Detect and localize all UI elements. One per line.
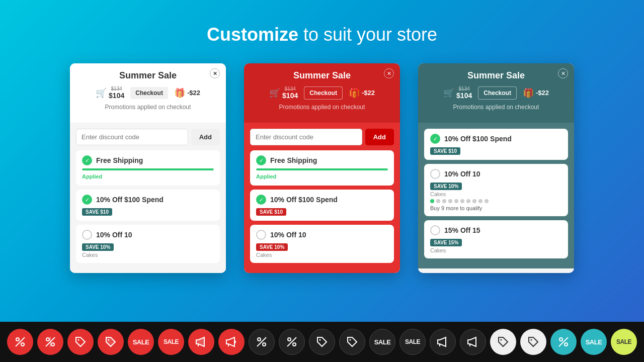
- icon-tag-light-2[interactable]: [520, 329, 546, 355]
- icon-tag-dark-2[interactable]: [339, 329, 365, 355]
- icon-sale-teal-1[interactable]: SALE: [581, 329, 607, 355]
- promo-badge-white-1: SAVE $10: [82, 208, 112, 216]
- promo-item-white-0: ✓ Free Shipping Applied: [76, 150, 220, 186]
- promo-check-teal-0: ✓: [430, 134, 440, 144]
- promo-title-teal-1: 10% Off 10: [444, 170, 480, 178]
- svg-point-8: [258, 338, 261, 341]
- card-red-title: Summer Sale: [252, 70, 392, 81]
- checkout-btn-teal[interactable]: Checkout: [478, 86, 517, 100]
- price-main-white: $104: [109, 92, 124, 100]
- promotions-text-white: Promotions applied on checkout: [78, 104, 218, 111]
- promo-sub-white-2: Cakes: [82, 252, 214, 258]
- icon-percent-dark-2[interactable]: [279, 329, 305, 355]
- icon-sale-red-2[interactable]: SALE: [158, 329, 184, 355]
- promo-check-teal-2: [430, 225, 440, 235]
- price-main-teal: $104: [456, 92, 472, 100]
- dot-progress-teal-1: [430, 199, 562, 203]
- page-header: Customize to suit your store: [0, 0, 644, 63]
- promo-progress-white-0: [82, 168, 214, 170]
- applied-text-red-0: Applied: [256, 173, 276, 179]
- cart-info-red: 🛒 $134 $104 Checkout 🎁 -$22: [252, 86, 392, 100]
- promotions-text-red: Promotions applied on checkout: [252, 104, 392, 111]
- price-striked-white: $134: [109, 86, 124, 92]
- cart-group-white: 🛒 $134 $104: [96, 86, 124, 100]
- price-striked-teal: $134: [456, 86, 472, 92]
- icon-tag-light-1[interactable]: [490, 329, 516, 355]
- icon-tag-dark-1[interactable]: [309, 329, 335, 355]
- promo-check-teal-1: [430, 169, 440, 179]
- icon-sale-green-light[interactable]: SALE: [611, 329, 637, 355]
- cart-info-white: 🛒 $134 $104 Checkout 🎁 -$22: [78, 86, 218, 100]
- svg-point-11: [288, 338, 291, 341]
- checkout-btn-white[interactable]: Checkout: [130, 87, 168, 99]
- promo-progress-red-0: [256, 168, 388, 170]
- discount-input-white[interactable]: [76, 129, 188, 145]
- icon-megaphone-red-1[interactable]: [188, 329, 214, 355]
- promo-check-red-2: [256, 230, 266, 240]
- icon-sale-dark-1[interactable]: SALE: [369, 329, 395, 355]
- icon-tag-red-2[interactable]: [98, 329, 124, 355]
- icon-percent-red-1[interactable]: [7, 329, 33, 355]
- card-white-close[interactable]: ✕: [210, 68, 220, 78]
- icon-megaphone-dark-1[interactable]: [430, 329, 456, 355]
- card-white: Summer Sale ✕ 🛒 $134 $104 Checkout 🎁 -$2…: [70, 63, 226, 273]
- promo-badge-teal-0: SAVE $10: [430, 147, 460, 155]
- svg-point-18: [559, 338, 562, 341]
- card-body-teal: ✓ 10% Off $100 Spend SAVE $10 10% Off 10…: [418, 123, 574, 268]
- svg-point-4: [51, 343, 54, 346]
- promo-title-white-1: 10% Off $100 Spend: [96, 196, 164, 204]
- promo-sub-red-2: Cakes: [256, 252, 388, 258]
- svg-point-6: [78, 339, 79, 341]
- promo-badge-white-2: SAVE 10%: [82, 243, 114, 251]
- add-btn-white[interactable]: Add: [191, 129, 220, 145]
- icon-sale-dark-2[interactable]: SALE: [399, 329, 426, 355]
- gift-group-white: 🎁 -$22: [174, 87, 200, 99]
- icon-percent-teal[interactable]: [550, 329, 577, 355]
- promo-item-red-2: 10% Off 10 SAVE 10% Cakes: [250, 225, 394, 263]
- promo-title-red-0: Free Shipping: [270, 156, 317, 164]
- promo-title-teal-2: 15% Off 15: [444, 226, 480, 234]
- svg-point-1: [21, 343, 24, 346]
- card-body-white: Add ✓ Free Shipping Applied ✓ 10% Off $1…: [70, 123, 226, 273]
- card-teal-header: Summer Sale ✕ 🛒 $134 $104 Checkout 🎁 -$2…: [418, 63, 574, 123]
- promo-check-white-2: [82, 230, 92, 240]
- icon-sale-red-1[interactable]: SALE: [128, 329, 154, 355]
- promo-item-teal-1: 10% Off 10 SAVE 10% Cakes Buy 9 more to: [424, 164, 568, 216]
- promo-item-white-1: ✓ 10% Off $100 Spend SAVE $10: [76, 190, 220, 221]
- checkout-btn-red[interactable]: Checkout: [304, 86, 343, 100]
- promo-item-teal-0: ✓ 10% Off $100 Spend SAVE $10: [424, 129, 568, 160]
- svg-point-9: [263, 343, 266, 346]
- icons-bar: SALE SALE SALE SALE SALE SALE: [0, 322, 644, 362]
- icon-tag-red-1[interactable]: [67, 329, 94, 355]
- promo-check-red-1: ✓: [256, 195, 266, 205]
- icon-percent-red-2[interactable]: [37, 329, 63, 355]
- promo-item-teal-2: 15% Off 15 SAVE 15% Cakes: [424, 220, 568, 258]
- card-red-close[interactable]: ✕: [384, 68, 394, 78]
- gift-icon-white: 🎁: [174, 87, 185, 99]
- gift-group-red: 🎁 -$22: [349, 87, 375, 99]
- promo-item-red-0: ✓ Free Shipping Applied: [250, 150, 394, 186]
- icon-percent-dark-1[interactable]: [249, 329, 275, 355]
- icon-megaphone-dark-2[interactable]: [460, 329, 486, 355]
- applied-text-white-0: Applied: [82, 173, 102, 179]
- svg-point-0: [16, 338, 19, 341]
- promo-badge-red-1: SAVE $10: [256, 208, 286, 216]
- discount-input-red[interactable]: [250, 129, 362, 145]
- card-teal-close[interactable]: ✕: [558, 68, 568, 78]
- card-body-red: Add ✓ Free Shipping Applied ✓ 10% Off $1…: [244, 123, 400, 273]
- promo-badge-teal-1: SAVE 10%: [430, 183, 462, 190]
- qualify-text-teal-1: Buy 9 more to qualify: [430, 205, 562, 211]
- svg-line-2: [16, 337, 25, 346]
- promo-badge-teal-2: SAVE 15%: [430, 239, 462, 246]
- promo-category-teal-1: Cakes: [430, 191, 562, 197]
- add-btn-red[interactable]: Add: [365, 129, 394, 145]
- discount-row-white: Add: [76, 129, 220, 145]
- promo-title-white-0: Free Shipping: [96, 156, 143, 164]
- cart-icon-teal: 🛒: [443, 87, 454, 99]
- icon-megaphone-red-2[interactable]: [218, 329, 245, 355]
- promo-badge-red-2: SAVE 10%: [256, 243, 288, 251]
- svg-line-13: [287, 337, 296, 346]
- cart-group-teal: 🛒 $134 $104: [443, 86, 472, 100]
- promo-check-white-1: ✓: [82, 195, 92, 205]
- card-white-title: Summer Sale: [78, 70, 218, 81]
